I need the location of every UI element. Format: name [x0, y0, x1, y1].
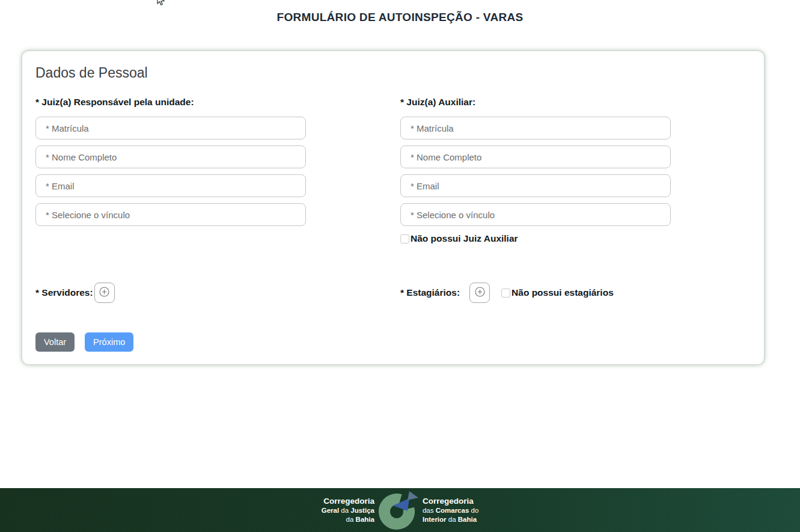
responsavel-email-input[interactable]: [35, 174, 306, 197]
circle-plus-icon: [99, 287, 109, 299]
corregedoria-logo-icon: [377, 490, 418, 532]
footer-left-line2: Geral da Justiça: [322, 506, 374, 515]
footer-left-line1: Corregedoria: [322, 497, 374, 506]
add-estagiario-button[interactable]: [469, 283, 490, 303]
footer-right-line3: Interior da Bahia: [423, 515, 478, 524]
footer-logo-text-left: Corregedoria Geral da Justiça da Bahia: [322, 497, 374, 524]
no-auxiliar-checkbox-label: Não possui Juiz Auxiliar: [411, 233, 518, 244]
mouse-cursor: [157, 0, 165, 7]
footer-logo-text-right: Corregedoria das Comarcas do Interior da…: [423, 497, 478, 524]
estagiarios-label: * Estagiários:: [400, 287, 460, 298]
auxiliar-section: * Juiz(a) Auxiliar: Não possui Juiz Auxi…: [400, 97, 671, 244]
voltar-button[interactable]: Voltar: [35, 332, 75, 352]
estagiarios-row: * Estagiários: Não possui estagiários: [400, 283, 614, 303]
responsavel-section: * Juiz(a) Responsável pela unidade:: [35, 97, 306, 232]
dados-pessoal-card: Dados de Pessoal * Juiz(a) Responsável p…: [22, 50, 765, 365]
auxiliar-nome-input[interactable]: [400, 145, 671, 168]
auxiliar-email-input[interactable]: [400, 174, 671, 197]
auxiliar-vinculo-select[interactable]: [400, 203, 671, 226]
servidores-label: * Servidores:: [35, 287, 93, 298]
no-auxiliar-checkbox[interactable]: [400, 234, 409, 243]
auxiliar-label: * Juiz(a) Auxiliar:: [400, 97, 671, 108]
no-auxiliar-row: Não possui Juiz Auxiliar: [400, 233, 671, 244]
footer: Corregedoria Geral da Justiça da Bahia C…: [0, 488, 800, 532]
no-estagiarios-checkbox-label: Não possui estagiários: [511, 287, 614, 298]
no-estagiarios-checkbox[interactable]: [501, 289, 510, 298]
responsavel-nome-input[interactable]: [35, 145, 306, 168]
servidores-row: * Servidores:: [35, 283, 115, 303]
responsavel-label: * Juiz(a) Responsável pela unidade:: [35, 97, 306, 108]
footer-right-line2: das Comarcas do: [423, 506, 478, 515]
card-heading: Dados de Pessoal: [35, 65, 148, 81]
circle-plus-icon: [475, 287, 485, 299]
page-title: FORMULÁRIO DE AUTOINSPEÇÃO - VARAS: [0, 11, 800, 24]
add-servidor-button[interactable]: [94, 283, 115, 303]
footer-left-line3: da Bahia: [322, 515, 374, 524]
responsavel-matricula-input[interactable]: [35, 117, 306, 139]
footer-right-line1: Corregedoria: [423, 497, 478, 506]
responsavel-vinculo-select[interactable]: [35, 203, 306, 226]
auxiliar-matricula-input[interactable]: [400, 117, 671, 139]
proximo-button[interactable]: Próximo: [85, 332, 133, 352]
form-actions: Voltar Próximo: [35, 332, 133, 352]
